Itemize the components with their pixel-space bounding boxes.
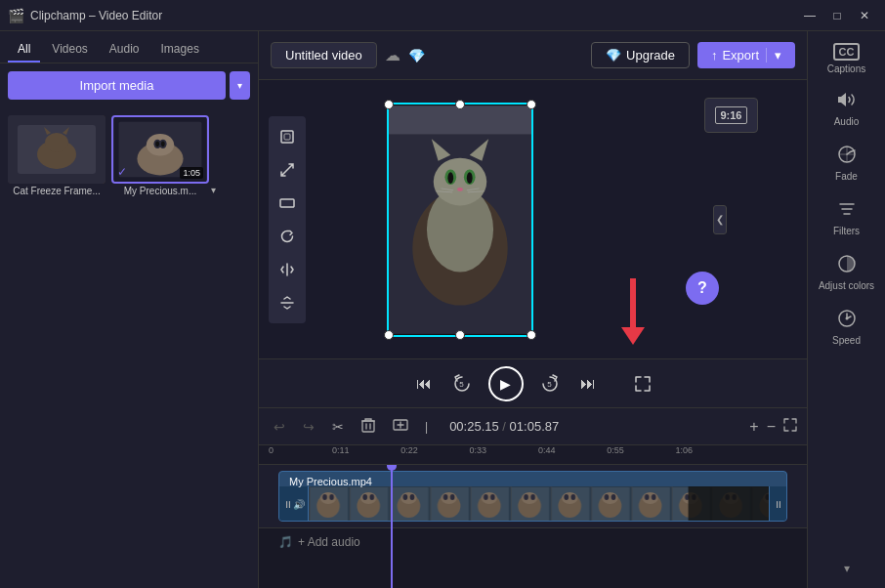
gem-icon-title: 💎 [408,48,425,63]
clip-label: My Precious.mp4 [283,474,378,489]
audio-label: Audio [834,116,860,127]
video-title-button[interactable]: Untitled video [271,42,377,68]
zoom-in-button[interactable]: + [749,418,758,436]
fade-tool[interactable]: Fade [813,137,881,189]
left-panel: All Videos Audio Images Import media ▾ [0,31,259,588]
delete-button[interactable] [357,414,380,439]
redo-button[interactable]: ↪ [298,416,319,438]
svg-point-28 [457,187,463,190]
export-button[interactable]: ↑ Export ▾ [697,42,795,68]
svg-rect-33 [389,105,531,134]
top-bar: Untitled video ☁ 💎 💎 Upgrade ↑ Export ▾ [259,31,807,80]
zoom-out-button[interactable]: − [767,418,776,436]
import-media-button[interactable]: Import media [8,71,226,100]
adjust-colors-tool[interactable]: Adjust colors [813,246,881,299]
import-media-arrow[interactable]: ▾ [230,71,250,100]
aspect-ratio-label: 9:16 [715,106,746,124]
rewind-button[interactable]: ⏮ [412,371,436,397]
arrow-indicator [621,278,645,345]
speed-icon [837,309,857,332]
media-thumb-cat-label: Cat Freeze Frame... [8,186,105,196]
filters-icon [837,199,857,223]
aspect-ratio-box[interactable]: 9:16 [704,98,757,133]
playback-controls: ⏮ 5 ▶ 5 ⏭ [259,358,807,407]
close-button[interactable]: ✕ [852,6,877,25]
export-icon: ↑ [711,48,718,63]
title-bar-controls: — □ ✕ [797,6,877,25]
fade-icon [837,145,857,168]
minimize-button[interactable]: — [797,6,822,25]
maximize-button[interactable]: □ [824,6,850,25]
captions-tool[interactable]: CC Captions [813,37,881,80]
preview-area: 9:16 ? ❮ [259,80,807,358]
tab-all[interactable]: All [8,37,40,63]
svg-point-48 [845,317,848,320]
filters-tool[interactable]: Filters [813,191,881,244]
svg-point-12 [155,142,159,147]
audio-icon [837,90,857,113]
undo-button[interactable]: ↩ [269,416,290,438]
fullscreen-button[interactable] [631,372,654,396]
filters-label: Filters [833,226,860,236]
clip-lock-left: ⏸ 🔊 [279,486,309,522]
adjust-colors-icon [837,254,857,277]
svg-point-24 [447,172,453,184]
export-dropdown-arrow[interactable]: ▾ [766,48,781,63]
right-panel-expand[interactable]: ▾ [844,562,850,575]
back5-button[interactable]: 5 [447,369,477,399]
media-thumb-precious[interactable]: 1:05 ✓ [111,115,209,184]
gem-icon-upgrade: 💎 [606,48,621,63]
media-thumb-cat[interactable] [8,115,105,184]
svg-rect-34 [362,421,374,432]
right-panel: CC Captions Audio Fade Filters [807,31,885,588]
main-layout: All Videos Audio Images Import media ▾ [0,31,885,588]
tab-images[interactable]: Images [151,37,209,63]
handle-br[interactable] [527,330,536,340]
svg-point-21 [433,157,486,205]
title-bar-title: 🎬 Clipchamp – Video Editor [8,8,162,23]
video-frame[interactable] [387,103,533,337]
cloud-icon: ☁ [385,46,400,64]
media-thumb-precious-label: My Precious.m... [111,186,209,196]
help-button[interactable]: ? [686,272,719,305]
video-track: My Precious.mp4 ⏸ 🔊 [259,465,807,528]
video-clip[interactable]: My Precious.mp4 ⏸ 🔊 [278,471,787,522]
playhead [391,465,393,588]
preview-canvas: 9:16 [289,83,778,357]
fwd5-button[interactable]: 5 [535,369,565,399]
handle-tl[interactable] [384,100,394,109]
speed-tool[interactable]: Speed [813,301,881,354]
timeline-ruler: 0 0:11 0:22 0:33 0:44 0:55 1:06 [259,445,807,465]
media-thumb-duration: 1:05 [180,167,203,179]
fade-label: Fade [835,171,858,182]
current-time: 00:25.15 / 01:05.87 [449,419,559,434]
tab-audio[interactable]: Audio [100,37,149,63]
svg-rect-44 [689,486,769,522]
clip-lock-right: ⏸ [769,486,786,522]
handle-tc[interactable] [455,100,465,109]
speed-label: Speed [832,335,861,346]
handle-tr[interactable] [527,100,536,109]
timeline-toolbar: ↩ ↪ ✂ | 00:25.15 / 01:05.87 + − [259,408,807,445]
upgrade-button[interactable]: 💎 Upgrade [591,42,690,68]
audio-tool[interactable]: Audio [813,82,881,135]
svg-point-3 [45,133,68,152]
handle-bl[interactable] [384,330,394,340]
add-audio-button[interactable]: 🎵 + Add audio [278,535,360,549]
timeline-section: ↩ ↪ ✂ | 00:25.15 / 01:05.87 + − [259,407,807,588]
adjust-colors-label: Adjust colors [819,280,874,291]
right-panel-collapse[interactable]: ❮ [713,205,727,234]
media-grid: Cat Freeze Frame... 1 [0,107,258,588]
play-button[interactable]: ▶ [488,366,524,401]
import-bar: Import media ▾ [0,63,258,107]
captions-label: Captions [827,63,865,74]
svg-point-25 [466,172,472,184]
tab-videos[interactable]: Videos [42,37,97,63]
add-to-timeline-button[interactable] [388,414,413,439]
forward-button[interactable]: ⏭ [576,371,600,397]
audio-track: 🎵 + Add audio [259,528,807,556]
handle-bc[interactable] [455,330,465,340]
zoom-fit-button[interactable] [783,418,797,436]
scissors-button[interactable]: ✂ [327,416,349,438]
title-bar: 🎬 Clipchamp – Video Editor — □ ✕ [0,0,885,31]
